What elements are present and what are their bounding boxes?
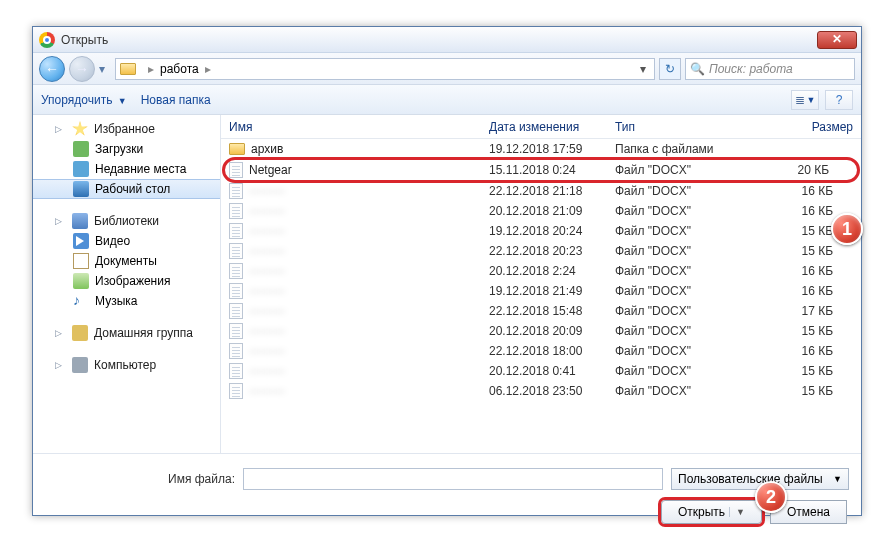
breadcrumb-dropdown[interactable]: ▾ xyxy=(636,62,650,76)
sidebar-group-computer[interactable]: ▷Компьютер xyxy=(33,355,220,375)
file-date: 20.12.2018 0:41 xyxy=(489,364,615,378)
column-type[interactable]: Тип xyxy=(615,120,743,134)
open-button-dropdown[interactable]: ▼ xyxy=(729,507,745,517)
refresh-button[interactable]: ↻ xyxy=(659,58,681,80)
sidebar-item-pictures[interactable]: Изображения xyxy=(33,271,220,291)
file-row[interactable]: ———22.12.2018 20:23Файл "DOCX"15 КБ xyxy=(221,241,861,261)
picture-icon xyxy=(73,273,89,289)
open-button[interactable]: Открыть ▼ xyxy=(661,500,762,524)
file-row[interactable]: ———20.12.2018 2:24Файл "DOCX"16 КБ xyxy=(221,261,861,281)
search-input[interactable]: 🔍 Поиск: работа xyxy=(685,58,855,80)
file-name: ——— xyxy=(249,324,285,338)
desktop-icon xyxy=(73,181,89,197)
close-button[interactable]: ✕ xyxy=(817,31,857,49)
file-date: 19.12.2018 20:24 xyxy=(489,224,615,238)
sidebar-item-desktop[interactable]: Рабочий стол xyxy=(33,179,220,199)
file-size: 15 КБ xyxy=(743,364,861,378)
file-name: ——— xyxy=(249,284,285,298)
file-type: Файл "DOCX" xyxy=(615,204,743,218)
file-icon xyxy=(229,223,243,239)
file-row[interactable]: ———20.12.2018 20:09Файл "DOCX"15 КБ xyxy=(221,321,861,341)
breadcrumb-segment[interactable]: работа xyxy=(160,62,199,76)
column-name[interactable]: Имя xyxy=(229,120,489,134)
file-icon xyxy=(229,203,243,219)
file-type: Файл "DOCX" xyxy=(615,324,743,338)
file-type: Файл "DOCX" xyxy=(615,184,743,198)
computer-icon xyxy=(72,357,88,373)
sidebar-item-recent[interactable]: Недавние места xyxy=(33,159,220,179)
file-date: 15.11.2018 0:24 xyxy=(489,163,615,177)
chrome-icon xyxy=(39,32,55,48)
file-row[interactable]: Netgear15.11.2018 0:24Файл "DOCX"20 КБ xyxy=(225,160,857,180)
folder-icon xyxy=(229,143,245,155)
file-type: Файл "DOCX" xyxy=(615,284,743,298)
sidebar-group-favorites[interactable]: ▷Избранное xyxy=(33,119,220,139)
file-row[interactable]: ———19.12.2018 21:49Файл "DOCX"16 КБ xyxy=(221,281,861,301)
column-date[interactable]: Дата изменения xyxy=(489,120,615,134)
view-options-button[interactable]: ≣ ▼ xyxy=(791,90,819,110)
file-size: 15 КБ xyxy=(743,384,861,398)
file-name: ——— xyxy=(249,344,285,358)
video-icon xyxy=(73,233,89,249)
nav-back-button[interactable]: ← xyxy=(39,56,65,82)
download-icon xyxy=(73,141,89,157)
file-row[interactable]: ———06.12.2018 23:50Файл "DOCX"15 КБ xyxy=(221,381,861,401)
titlebar: Открыть ✕ xyxy=(33,27,861,53)
toolbar: Упорядочить ▼ Новая папка ≣ ▼ ? xyxy=(33,85,861,115)
column-size[interactable]: Размер xyxy=(743,120,861,134)
new-folder-button[interactable]: Новая папка xyxy=(141,93,211,107)
file-name: ——— xyxy=(249,264,285,278)
file-row[interactable]: ———20.12.2018 0:41Файл "DOCX"15 КБ xyxy=(221,361,861,381)
file-icon xyxy=(229,183,243,199)
file-size: 17 КБ xyxy=(743,304,861,318)
file-row[interactable]: ———19.12.2018 20:24Файл "DOCX"15 КБ xyxy=(221,221,861,241)
chevron-right-icon: ▸ xyxy=(205,62,211,76)
file-row[interactable]: ———20.12.2018 21:09Файл "DOCX"16 КБ xyxy=(221,201,861,221)
star-icon xyxy=(72,121,88,137)
file-type: Файл "DOCX" xyxy=(615,264,743,278)
file-icon xyxy=(229,323,243,339)
sidebar-item-music[interactable]: ♪Музыка xyxy=(33,291,220,311)
file-type: Файл "DOCX" xyxy=(615,163,743,177)
sidebar-group-libraries[interactable]: ▷Библиотеки xyxy=(33,211,220,231)
file-row[interactable]: ———22.12.2018 18:00Файл "DOCX"16 КБ xyxy=(221,341,861,361)
file-row[interactable]: ———22.12.2018 15:48Файл "DOCX"17 КБ xyxy=(221,301,861,321)
sidebar-item-downloads[interactable]: Загрузки xyxy=(33,139,220,159)
sidebar-item-videos[interactable]: Видео xyxy=(33,231,220,251)
sidebar-group-homegroup[interactable]: ▷Домашняя группа xyxy=(33,323,220,343)
file-row[interactable]: архив19.12.2018 17:59Папка с файлами xyxy=(221,139,861,159)
file-row[interactable]: ———22.12.2018 21:18Файл "DOCX"16 КБ xyxy=(221,181,861,201)
filename-input[interactable] xyxy=(243,468,663,490)
file-name: ——— xyxy=(249,224,285,238)
nav-history-dropdown[interactable]: ▾ xyxy=(99,62,111,76)
column-headers: Имя Дата изменения Тип Размер xyxy=(221,115,861,139)
chevron-down-icon: ▼ xyxy=(833,474,842,484)
help-button[interactable]: ? xyxy=(825,90,853,110)
file-icon xyxy=(229,343,243,359)
breadcrumb[interactable]: ▸ работа ▸ ▾ xyxy=(115,58,655,80)
organize-menu[interactable]: Упорядочить ▼ xyxy=(41,93,127,107)
file-name: ——— xyxy=(249,244,285,258)
file-date: 19.12.2018 21:49 xyxy=(489,284,615,298)
file-name: ——— xyxy=(249,304,285,318)
file-icon xyxy=(229,283,243,299)
file-size: 20 КБ xyxy=(743,163,857,177)
file-size: 16 КБ xyxy=(743,344,861,358)
file-date: 20.12.2018 21:09 xyxy=(489,204,615,218)
file-type: Файл "DOCX" xyxy=(615,244,743,258)
file-date: 20.12.2018 20:09 xyxy=(489,324,615,338)
chevron-right-icon: ▸ xyxy=(148,62,154,76)
sidebar-item-documents[interactable]: Документы xyxy=(33,251,220,271)
annotation-callout-2: 2 xyxy=(755,481,787,513)
file-type: Файл "DOCX" xyxy=(615,304,743,318)
file-type: Файл "DOCX" xyxy=(615,384,743,398)
file-icon xyxy=(229,263,243,279)
file-icon xyxy=(229,243,243,259)
file-list: Имя Дата изменения Тип Размер архив19.12… xyxy=(221,115,861,453)
file-icon xyxy=(229,363,243,379)
open-file-dialog: Открыть ✕ ← → ▾ ▸ работа ▸ ▾ ↻ 🔍 Поиск: … xyxy=(32,26,862,516)
search-icon: 🔍 xyxy=(690,62,705,76)
nav-forward-button[interactable]: → xyxy=(69,56,95,82)
file-name: архив xyxy=(251,142,283,156)
homegroup-icon xyxy=(72,325,88,341)
